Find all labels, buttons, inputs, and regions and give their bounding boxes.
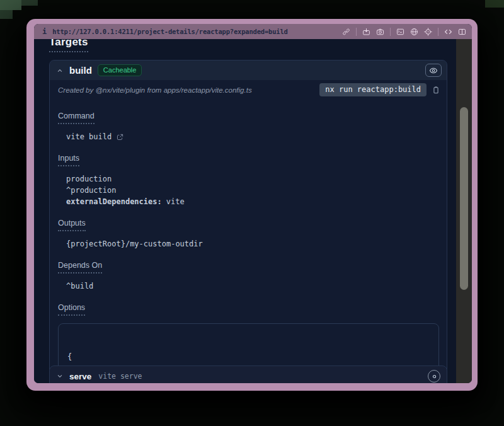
target-name: serve xyxy=(69,372,91,381)
chevron-up-icon[interactable] xyxy=(56,67,64,74)
camera-icon[interactable] xyxy=(376,28,384,36)
background-decoration xyxy=(485,0,504,8)
external-dependencies-item: externalDependencies:vite xyxy=(66,196,439,207)
split-panel-icon[interactable] xyxy=(458,28,466,36)
target-icon[interactable] xyxy=(424,28,432,36)
inputs-section-label: Inputs xyxy=(58,154,439,166)
background-decoration xyxy=(0,10,13,19)
build-target-body: Command vite build Inputs xyxy=(50,103,447,383)
copy-icon xyxy=(432,86,440,95)
browser-window-frame: i http://127.0.0.1:4211/project-details/… xyxy=(26,19,478,391)
build-target-card: build Cacheable Created by @nx/vite/plug… xyxy=(49,60,447,383)
targets-heading: Targets xyxy=(49,39,447,52)
command-value-link[interactable]: vite build xyxy=(66,131,439,142)
serve-command-text: vite serve xyxy=(98,372,142,381)
input-item: ^production xyxy=(66,185,439,196)
terminal-icon[interactable] xyxy=(396,28,404,36)
link-icon[interactable] xyxy=(342,28,350,36)
browser-inner: i http://127.0.0.1:4211/project-details/… xyxy=(34,24,472,383)
created-by-row: Created by @nx/vite/plugin from apps/rea… xyxy=(50,80,447,103)
background-decoration xyxy=(0,0,21,10)
browser-toolbar xyxy=(342,28,466,36)
build-target-header[interactable]: build Cacheable xyxy=(50,60,447,80)
code-line: { xyxy=(67,352,430,362)
options-section-label: Options xyxy=(58,303,439,316)
run-command-chip: nx run reactapp:build xyxy=(319,83,427,96)
toolbar-divider xyxy=(356,28,357,36)
view-target-button[interactable] xyxy=(425,64,442,77)
globe-icon[interactable] xyxy=(410,28,418,36)
background-decoration xyxy=(21,0,38,6)
input-item: production xyxy=(66,173,439,185)
code-icon[interactable] xyxy=(444,28,452,36)
external-link-icon xyxy=(116,133,124,141)
eye-icon xyxy=(429,66,438,75)
depends-on-item: ^build xyxy=(66,280,439,292)
target-name: build xyxy=(69,65,92,76)
command-value: vite build xyxy=(66,131,112,142)
chevron-down-icon[interactable] xyxy=(56,372,64,380)
copy-button[interactable] xyxy=(432,86,440,95)
outputs-section-label: Outputs xyxy=(58,219,439,231)
external-dependencies-key: externalDependencies: xyxy=(66,197,162,206)
serve-target-header[interactable]: serve vite serve xyxy=(50,366,447,383)
eye-icon xyxy=(431,373,438,380)
scrollbar-thumb[interactable] xyxy=(460,107,468,290)
browser-topbar: i http://127.0.0.1:4211/project-details/… xyxy=(34,24,472,39)
info-icon: i xyxy=(42,28,47,35)
output-item: {projectRoot}/my-custom-outdir xyxy=(66,238,439,250)
browser-viewport: Targets build Cacheable xyxy=(34,39,472,383)
url-text[interactable]: http://127.0.0.1:4211/project-details/re… xyxy=(52,28,287,35)
serve-target-card: serve vite serve xyxy=(49,366,447,383)
download-icon[interactable] xyxy=(362,28,370,36)
toolbar-divider xyxy=(390,28,391,36)
view-target-button[interactable] xyxy=(428,370,440,383)
page-content: Targets build Cacheable xyxy=(34,39,456,383)
cacheable-badge: Cacheable xyxy=(98,64,142,76)
external-dependencies-value: vite xyxy=(166,197,185,206)
created-by-text: Created by @nx/vite/plugin from apps/rea… xyxy=(58,86,252,94)
scrollbar-track[interactable] xyxy=(456,39,472,383)
command-section-label: Command xyxy=(58,112,439,124)
toolbar-divider xyxy=(438,28,438,36)
depends-on-section-label: Depends On xyxy=(58,261,439,273)
